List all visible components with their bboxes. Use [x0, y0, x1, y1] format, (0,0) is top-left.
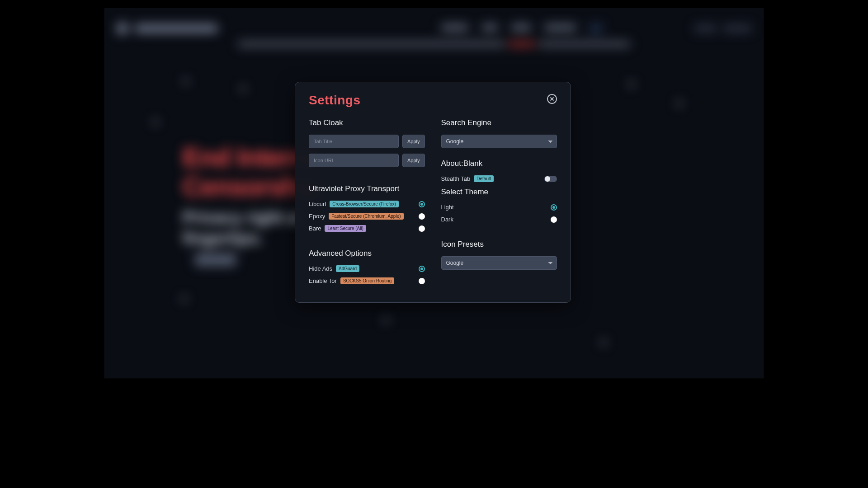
theme-option-dark[interactable]: Dark	[441, 216, 557, 223]
stealth-tab-row: Stealth Tab Default	[441, 175, 557, 182]
option-label: Dark	[441, 216, 453, 223]
proxy-option-libcurl[interactable]: Libcurl Cross-Browser/Secure (Firefox)	[309, 201, 425, 207]
option-label: Libcurl	[309, 201, 326, 207]
advanced-option-enable-tor[interactable]: Enable Tor SOCKS5 Onion Routing	[309, 277, 425, 284]
option-label: Epoxy	[309, 213, 325, 220]
icon-url-input[interactable]	[309, 154, 399, 167]
section-about-blank: About:Blank	[441, 159, 557, 168]
radio-icon[interactable]	[419, 201, 425, 207]
radio-icon[interactable]	[419, 266, 425, 272]
radio-icon[interactable]	[419, 213, 425, 220]
icon-url-apply-button[interactable]: Apply	[402, 154, 425, 167]
radio-icon[interactable]	[419, 225, 425, 232]
section-advanced-options: Advanced Options	[309, 249, 425, 258]
icon-presets-select[interactable]: Google	[441, 256, 557, 270]
option-label: Light	[441, 204, 454, 211]
proxy-option-epoxy[interactable]: Epoxy Fastest/Secure (Chromium, Apple)	[309, 213, 425, 220]
radio-icon[interactable]	[419, 278, 425, 284]
settings-left-column: Tab Cloak Apply Apply Ultraviolet Proxy …	[309, 118, 425, 290]
option-label: Stealth Tab	[441, 175, 471, 182]
option-badge: AdGuard	[336, 265, 359, 272]
tab-title-apply-button[interactable]: Apply	[402, 135, 425, 148]
proxy-option-bare[interactable]: Bare Least Secure (All)	[309, 225, 425, 232]
stealth-tab-toggle[interactable]	[544, 176, 557, 182]
option-badge: Default	[474, 175, 494, 182]
theme-option-light[interactable]: Light	[441, 204, 557, 211]
option-badge: Least Secure (All)	[325, 225, 366, 232]
section-icon-presets: Icon Presets	[441, 240, 557, 249]
section-select-theme: Select Theme	[441, 188, 557, 197]
radio-icon[interactable]	[551, 204, 557, 211]
tab-title-input[interactable]	[309, 135, 399, 148]
option-badge: Fastest/Secure (Chromium, Apple)	[329, 213, 403, 220]
settings-right-column: Search Engine Google About:Blank Stealth…	[441, 118, 557, 290]
option-label: Bare	[309, 225, 321, 232]
option-label: Hide Ads	[309, 265, 332, 272]
settings-modal: Settings Tab Cloak Apply Apply Ultraviol…	[295, 82, 571, 303]
radio-icon[interactable]	[551, 216, 557, 223]
section-tab-cloak: Tab Cloak	[309, 118, 425, 127]
option-label: Enable Tor	[309, 277, 337, 284]
search-engine-select[interactable]: Google	[441, 135, 557, 148]
section-proxy-transport: Ultraviolet Proxy Transport	[309, 184, 425, 193]
close-icon[interactable]	[547, 94, 557, 104]
option-badge: SOCKS5 Onion Routing	[340, 277, 394, 284]
advanced-option-hide-ads[interactable]: Hide Ads AdGuard	[309, 265, 425, 272]
modal-title: Settings	[309, 93, 360, 108]
option-badge: Cross-Browser/Secure (Firefox)	[330, 201, 399, 207]
section-search-engine: Search Engine	[441, 118, 557, 127]
